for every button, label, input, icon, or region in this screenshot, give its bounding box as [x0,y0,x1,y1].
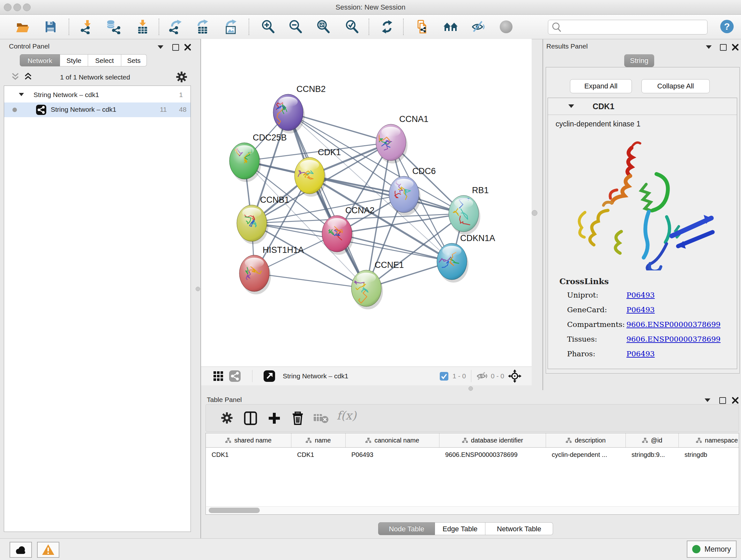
table-cell[interactable]: CDK1 [291,448,346,462]
scrollbar-thumb[interactable] [209,508,260,513]
table-horizontal-scrollbar[interactable] [206,506,738,514]
delete-table-icon[interactable] [314,413,329,426]
column-header--id[interactable]: @id [626,433,679,447]
control-panel-float-icon[interactable] [172,44,181,52]
zoom-out-icon[interactable] [288,19,303,34]
table-cell[interactable]: stringdb:9... [626,448,679,462]
control-panel-collapse-icon[interactable] [158,45,166,54]
table-cell[interactable]: P06493 [346,448,440,462]
network-node-rb1[interactable]: RB1 [449,186,489,235]
results-panel-float-icon[interactable] [720,44,728,52]
show-columns-icon[interactable] [244,411,258,427]
network-options-gear-icon[interactable] [176,71,188,84]
table-cell[interactable]: cyclin-dependent ... [546,448,626,462]
netbar-separator [471,370,471,382]
network-graph[interactable]: CCNB2CCNA1CDC25BCDK1CDC6RB1CCNB1CCNA2CDK… [201,39,532,367]
collapse-all-button[interactable]: Collapse All [642,79,710,93]
network-node-ccna1[interactable]: CCNA1 [376,114,428,164]
save-session-icon[interactable] [43,19,58,34]
control-panel-close-icon[interactable] [184,44,192,52]
column-header-name[interactable]: name [291,433,346,447]
right-splitter[interactable] [542,39,543,390]
tab-node-table[interactable]: Node Table [378,522,435,535]
results-panel-close-icon[interactable] [731,44,740,52]
tab-sets[interactable]: Sets [121,54,147,66]
cloud-status-button[interactable] [10,542,32,558]
network-node-ccne1[interactable]: CCNE1 [351,260,404,309]
network-node-ccnb2[interactable]: CCNB2 [273,84,326,133]
string-import-icon[interactable] [415,19,429,34]
tab-style[interactable]: Style [60,54,88,66]
network-canvas[interactable]: CCNB2CCNA1CDC25BCDK1CDC6RB1CCNB1CCNA2CDK… [201,39,532,367]
network-view-string-icon[interactable] [229,370,241,383]
collection-expander-icon[interactable] [19,93,24,96]
network-node-hist1h1a[interactable]: HIST1H1A [239,245,304,294]
selected-checkbox-icon[interactable] [440,372,448,382]
tab-network-table[interactable]: Network Table [485,522,553,535]
table-cell[interactable]: CDK1 [206,448,291,462]
collection-label: String Network – cdk1 [33,91,99,99]
function-builder-icon[interactable]: f(x) [337,409,356,422]
column-header-description[interactable]: description [546,433,626,447]
create-column-plus-icon[interactable] [267,411,281,427]
right-splitter-handle[interactable] [532,210,537,216]
birdseye-view-icon[interactable] [264,370,275,383]
grid-view-icon[interactable] [213,371,223,383]
results-tab-string[interactable]: String [624,54,654,67]
crosslink-link[interactable]: 9606.ENSP00000378699 [626,335,721,343]
crosslink-link[interactable]: P06493 [626,350,655,358]
crosslink-link[interactable]: 9606.ENSP00000378699 [626,320,721,328]
delete-column-trash-icon[interactable] [291,410,305,427]
crosslink-link[interactable]: P06493 [626,306,655,314]
import-network-file-icon[interactable] [80,19,94,34]
import-network-database-icon[interactable] [106,19,121,34]
table-cell[interactable]: 9606.ENSP00000378699 [440,448,546,462]
table-panel-close-icon[interactable] [731,396,740,405]
tab-network[interactable]: Network [20,54,60,66]
table-settings-gear-icon[interactable] [220,412,233,426]
column-header-namespace[interactable]: namespace [679,433,739,447]
tab-select[interactable]: Select [88,54,121,66]
node-label: CDC6 [412,166,436,176]
export-image-icon[interactable] [224,19,239,34]
refresh-icon[interactable] [380,19,394,34]
fit-content-crosshair-icon[interactable] [508,369,522,384]
network-node-cdkn1a[interactable]: CDKN1A [437,233,495,283]
hidden-eye-icon[interactable] [476,371,488,383]
memory-button[interactable]: Memory [687,541,737,558]
network-edge[interactable] [288,112,366,288]
help-icon[interactable]: ? [719,19,734,34]
string-app-icon [36,105,46,117]
search-input[interactable] [563,21,705,33]
crosslink-link[interactable]: P06493 [626,291,655,299]
column-header-shared-name[interactable]: shared name [206,433,291,447]
export-table-icon[interactable] [195,19,210,34]
column-header-database-identifier[interactable]: database identifier [440,433,546,447]
network-collection-row[interactable]: String Network – cdk1 1 [4,88,191,103]
network-row[interactable]: String Network – cdk1 11 48 [4,103,191,117]
export-network-icon[interactable] [168,19,183,34]
bottom-splitter-handle[interactable] [468,386,473,391]
gene-expander-icon[interactable] [568,105,574,108]
warnings-button[interactable] [37,542,59,558]
string-hide-icon[interactable] [471,19,486,34]
left-splitter-handle[interactable] [196,287,200,291]
network-node-cdc25b[interactable]: CDC25B [228,133,287,182]
expand-all-button[interactable]: Expand All [570,79,632,93]
zoom-selected-icon[interactable] [345,19,359,34]
table-row[interactable]: CDK1CDK1P064939606.ENSP00000378699cyclin… [206,448,739,462]
column-header-canonical-name[interactable]: canonical name [346,433,440,447]
import-table-file-icon[interactable] [135,19,150,34]
string-home-icon[interactable] [443,19,458,34]
results-panel-collapse-icon[interactable] [706,45,714,54]
zoom-in-icon[interactable] [261,19,275,34]
tab-edge-table[interactable]: Edge Table [435,522,485,535]
network-node-cdc6[interactable]: CDC6 [389,166,436,215]
string-eye-icon[interactable] [499,19,514,34]
zoom-fit-icon[interactable] [316,19,331,34]
network-edge[interactable] [254,273,366,288]
open-session-icon[interactable] [15,19,30,34]
network-node-ccnb1[interactable]: CCNB1 [237,195,289,244]
table-cell[interactable]: stringdb [679,448,739,462]
network-node-ccna2[interactable]: CCNA2 [322,206,375,255]
